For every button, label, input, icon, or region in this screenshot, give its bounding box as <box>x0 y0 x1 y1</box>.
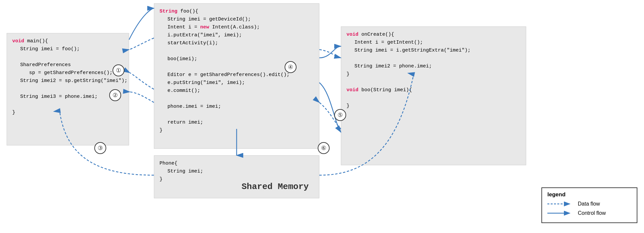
foo-line-1: String imei = getDeviceId(); <box>160 16 314 23</box>
foo-line-4: startActivity(i); <box>160 39 314 47</box>
foo-line-9: phone.imei = imei; <box>160 103 314 111</box>
foo-code-box: String foo(){ String imei = getDeviceId(… <box>154 3 319 149</box>
main-close: } <box>12 109 123 117</box>
oncreate-title: void onCreate(){ <box>346 31 521 39</box>
right-code-box: void onCreate(){ Intent i = getIntent();… <box>341 26 526 165</box>
circle-5: ⑤ <box>334 109 346 121</box>
main-line-1: String imei = foo(); <box>12 45 123 53</box>
main-line-5: String imei3 = phone.imei; <box>12 93 123 101</box>
shared-memory-label: Shared Memory <box>242 182 309 192</box>
foo-line-3: i.putExtra("imei", imei); <box>160 31 314 39</box>
main-code-box: void main(){ String imei = foo(); Shared… <box>7 33 129 145</box>
oncreate-close: } <box>346 70 521 78</box>
foo-close: } <box>160 127 314 135</box>
main-line-2: SharedPreferences <box>12 61 123 69</box>
control-flow-line-icon <box>547 210 574 216</box>
foo-line-8: e.commit(); <box>160 87 314 95</box>
circle-1: ① <box>113 64 124 76</box>
foo-title: String foo(){ <box>160 8 314 16</box>
data-flow-line-icon <box>547 201 574 207</box>
phone-code-box: Phone{ String imei; } <box>154 155 319 198</box>
legend-data-flow: Data flow <box>547 201 631 207</box>
circle-2: ② <box>109 89 121 101</box>
boo-close: } <box>346 102 521 110</box>
control-flow-label: Control flow <box>578 210 606 216</box>
main-line-4: String imei2 = sp.getString("imei"); <box>12 77 123 85</box>
oncreate-line-1: Intent i = getIntent(); <box>346 39 521 47</box>
circle-6: ⑥ <box>318 142 330 154</box>
foo-line-10: return imei; <box>160 119 314 127</box>
legend-box: legend Data flow <box>541 187 637 223</box>
main-title: void main(){ <box>12 37 123 45</box>
oncreate-line-3: String imei2 = phone.imei; <box>346 62 521 70</box>
circle-3: ③ <box>94 142 106 154</box>
circle-4: ④ <box>285 61 297 73</box>
main-line-3: sp = getSharedPreferences(); <box>12 69 123 77</box>
data-flow-label: Data flow <box>578 201 600 207</box>
legend-control-flow: Control flow <box>547 210 631 216</box>
phone-line-2: String imei; <box>160 168 314 175</box>
phone-line-1: Phone{ <box>160 160 314 168</box>
boo-title: void boo(String imei){ <box>346 86 521 94</box>
foo-line-7: e.putString("imei", imei); <box>160 79 314 87</box>
legend-title: legend <box>547 191 631 198</box>
oncreate-line-2: String imei = i.getStringExtra("imei"); <box>346 47 521 55</box>
foo-line-2: Intent i = new Intent(A.class); <box>160 23 314 31</box>
